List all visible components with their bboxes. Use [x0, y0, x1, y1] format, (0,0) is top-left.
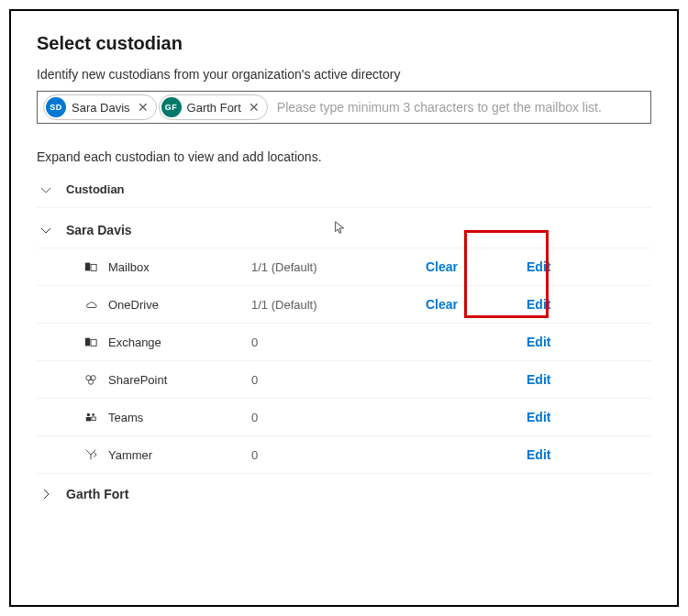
- page-title: Select custodian: [37, 33, 651, 54]
- location-row-exchange: Exchange 0 Edit: [37, 324, 651, 361]
- location-row-onedrive: OneDrive 1/1 (Default) Clear Edit: [37, 286, 651, 324]
- chevron-right-icon[interactable]: [37, 489, 55, 500]
- location-label: Mailbox: [108, 260, 251, 274]
- cursor-icon: [334, 221, 347, 238]
- location-label: SharePoint: [108, 373, 251, 387]
- expand-hint-text: Expand each custodian to view and add lo…: [37, 149, 651, 164]
- chevron-down-icon[interactable]: [37, 184, 55, 195]
- location-label: Exchange: [108, 336, 251, 349]
- location-count: 1/1 (Default): [251, 260, 426, 274]
- location-row-yammer: Yammer 0 Edit: [37, 436, 651, 474]
- custodian-picker[interactable]: SD Sara Davis ✕ GF Garth Fort ✕: [37, 91, 651, 124]
- svg-rect-3: [91, 339, 96, 346]
- clear-button[interactable]: Clear: [426, 297, 499, 312]
- custodian-row-garth-fort[interactable]: Garth Fort: [37, 474, 651, 511]
- onedrive-icon: [81, 298, 101, 311]
- yammer-icon: [81, 448, 101, 461]
- subtitle-text: Identify new custodians from your organi…: [37, 67, 651, 82]
- edit-button[interactable]: Edit: [527, 335, 550, 349]
- avatar: SD: [46, 97, 66, 117]
- close-icon[interactable]: ✕: [136, 101, 150, 114]
- clear-button[interactable]: Clear: [426, 259, 499, 274]
- chip-label: Sara Davis: [72, 101, 130, 115]
- location-row-teams: Teams 0 Edit: [37, 399, 651, 436]
- column-header-row: Custodian: [37, 171, 651, 208]
- chip-label: Garth Fort: [187, 101, 241, 115]
- edit-button[interactable]: Edit: [527, 297, 550, 312]
- location-row-sharepoint: SharePoint 0 Edit: [37, 361, 651, 399]
- mailbox-icon: [81, 260, 101, 273]
- custodian-name-label: Garth Fort: [66, 487, 128, 501]
- teams-icon: [81, 411, 101, 424]
- edit-button[interactable]: Edit: [527, 447, 550, 462]
- location-label: Teams: [108, 411, 251, 424]
- svg-point-7: [87, 413, 91, 417]
- chip-garth-fort[interactable]: GF Garth Fort ✕: [159, 94, 268, 120]
- close-icon[interactable]: ✕: [247, 101, 261, 114]
- location-count: 0: [251, 411, 426, 424]
- edit-button[interactable]: Edit: [527, 259, 550, 274]
- svg-rect-2: [85, 338, 90, 346]
- edit-button[interactable]: Edit: [527, 372, 550, 387]
- column-header-label: Custodian: [66, 182, 125, 196]
- svg-point-6: [88, 380, 93, 384]
- custodian-row-sara-davis[interactable]: Sara Davis: [37, 208, 651, 248]
- exchange-icon: [81, 336, 101, 348]
- avatar: GF: [161, 97, 182, 117]
- svg-point-8: [92, 413, 94, 416]
- location-label: Yammer: [108, 448, 251, 462]
- chip-sara-davis[interactable]: SD Sara Davis ✕: [43, 94, 157, 120]
- svg-rect-0: [85, 263, 90, 271]
- custodian-search-input[interactable]: [275, 99, 645, 116]
- location-count: 0: [251, 448, 426, 462]
- location-count: 0: [251, 373, 426, 387]
- svg-rect-1: [91, 264, 96, 270]
- location-count: 1/1 (Default): [251, 298, 426, 312]
- sharepoint-icon: [81, 373, 101, 386]
- edit-button[interactable]: Edit: [527, 410, 550, 424]
- location-label: OneDrive: [108, 298, 251, 312]
- chevron-down-icon[interactable]: [37, 225, 55, 236]
- svg-rect-9: [86, 417, 91, 421]
- location-row-mailbox: Mailbox 1/1 (Default) Clear Edit: [37, 248, 651, 286]
- location-count: 0: [251, 336, 426, 349]
- svg-rect-10: [92, 417, 95, 421]
- custodian-name-label: Sara Davis: [66, 223, 132, 237]
